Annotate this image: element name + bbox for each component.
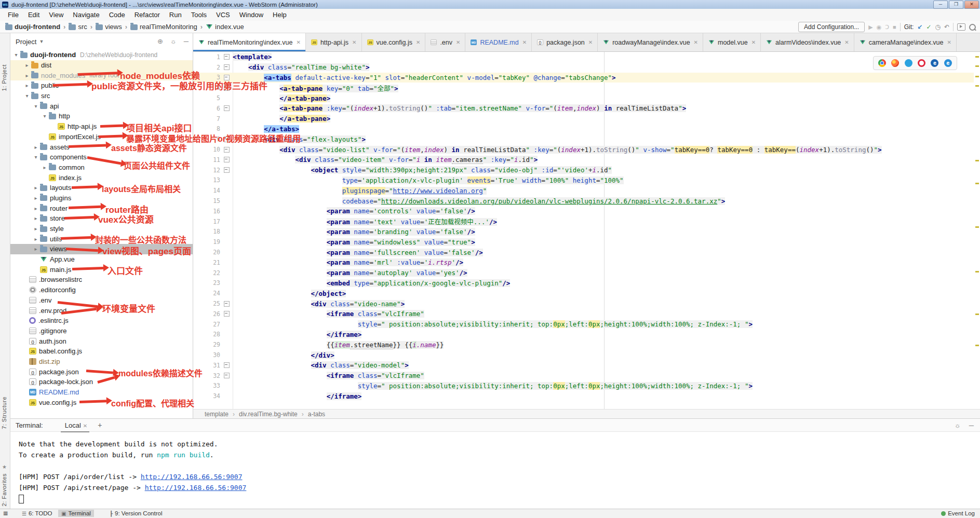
tree-item-vue.config.js[interactable]: JSvue.config.js <box>10 397 193 407</box>
code-line-33[interactable]: 33 style=" position:absolute;visibility:… <box>193 381 974 391</box>
code-line-24[interactable]: 24 </object> <box>193 288 974 298</box>
code-line-18[interactable]: 18 <param name='branding' value='false'/… <box>193 227 974 237</box>
chevron-down-icon[interactable]: ▼ <box>39 39 44 44</box>
tab-vue.config.js[interactable]: JSvue.config.js✕ <box>362 33 426 51</box>
search-everywhere-icon[interactable] <box>969 24 976 31</box>
close-icon[interactable]: ✕ <box>694 39 698 45</box>
code-line-28[interactable]: 28 </iframe> <box>193 330 974 340</box>
maximize-button[interactable]: ❐ <box>949 1 963 9</box>
tree-item-public[interactable]: ▸public <box>10 80 193 91</box>
tree-item-style[interactable]: ▸style <box>10 224 193 234</box>
chevron-icon[interactable]: ▾ <box>32 154 40 160</box>
close-button[interactable]: ✕ <box>964 1 979 9</box>
close-icon[interactable]: ✕ <box>297 39 301 45</box>
tree-item-importExcel.js[interactable]: JSimportExcel.js <box>10 132 193 142</box>
close-icon[interactable]: ✕ <box>947 39 951 45</box>
tree-item-.env[interactable]: .env <box>10 295 193 306</box>
code-line-12[interactable]: 12 <object style="width:390px;height:219… <box>193 165 974 175</box>
close-icon[interactable]: ✕ <box>456 39 460 45</box>
run-anything-icon[interactable] <box>957 23 965 31</box>
chevron-icon[interactable]: ▸ <box>23 62 31 68</box>
terminal-tab-local[interactable]: Local✕ <box>61 421 89 429</box>
menu-tools[interactable]: Tools <box>186 10 211 20</box>
close-icon[interactable]: ✕ <box>751 39 756 45</box>
fold-icon[interactable] <box>224 167 230 173</box>
code-line-9[interactable]: 9 <div class="flex-layouts"> <box>193 134 974 144</box>
breadcrumb-item-duoji-frontend[interactable]: duoji-frontend <box>5 23 60 31</box>
tree-item-layouts[interactable]: ▸layouts <box>10 183 193 193</box>
code-line-26[interactable]: 26 <iframe class="vlcIframe" <box>193 309 974 319</box>
tab-model.vue[interactable]: model.vue✕ <box>703 33 761 51</box>
code-line-21[interactable]: 21 <param name='mrl' :value='i.rtsp'/> <box>193 257 974 268</box>
menu-navigate[interactable]: Navigate <box>68 10 104 20</box>
stop-icon[interactable]: ■ <box>893 24 896 30</box>
menu-run[interactable]: Run <box>165 10 186 20</box>
fold-icon[interactable] <box>224 85 230 91</box>
editor-breadcrumb-template[interactable]: template <box>205 411 229 418</box>
tree-item-dist.zip[interactable]: dist.zip <box>10 357 193 367</box>
fold-icon[interactable] <box>224 311 230 317</box>
minimize-button[interactable]: ─ <box>933 1 948 9</box>
code-line-5[interactable]: 5 </a-tab-pane> <box>193 93 974 103</box>
code-line-29[interactable]: 29 {{item.streetName}} {{i.name}} <box>193 339 974 350</box>
code-line-1[interactable]: 1<template> <box>193 52 974 62</box>
breadcrumb-item-views[interactable]: views <box>96 23 122 31</box>
tree-item-http[interactable]: ▾http <box>10 111 193 121</box>
title-bar[interactable]: WS duoji-frontend [D:\zheheWeb\duoji-fro… <box>0 0 980 9</box>
fold-icon[interactable] <box>224 105 230 111</box>
code-line-25[interactable]: 25 <div class="video-name"> <box>193 298 974 309</box>
chevron-icon[interactable]: ▸ <box>23 73 31 78</box>
breadcrumb-item-realTimeMonitoring[interactable]: realTimeMonitoring <box>130 23 197 31</box>
close-icon[interactable]: ✕ <box>83 423 87 429</box>
tree-item-package.json[interactable]: {}package.json <box>10 366 193 377</box>
editor-breadcrumb-div.realTime.bg-white[interactable]: div.realTime.bg-white <box>239 411 298 418</box>
code-line-7[interactable]: 7 </a-tab-pane> <box>193 114 974 124</box>
code-line-23[interactable]: 23 <embed type="application/x-google-vlc… <box>193 278 974 289</box>
rail-structure-button[interactable]: 7: Structure <box>1 397 7 429</box>
tree-item-.env.prod[interactable]: .env.prod <box>10 305 193 316</box>
menu-file[interactable]: File <box>3 10 23 20</box>
tab-cameraManage\index.vue[interactable]: cameraManage\index.vue✕ <box>854 33 957 51</box>
tree-item-http-api.js[interactable]: JShttp-api.js <box>10 121 193 132</box>
chevron-icon[interactable]: ▾ <box>12 52 20 58</box>
chevron-icon[interactable]: ▸ <box>41 165 49 170</box>
fold-icon[interactable] <box>224 64 230 70</box>
terminal-settings-icon[interactable]: ☼ <box>955 421 961 429</box>
tree-item-plugins[interactable]: ▸plugins <box>10 193 193 203</box>
tree-item-App.vue[interactable]: App.vue <box>10 254 193 265</box>
tree-item-assets[interactable]: ▸assets <box>10 142 193 152</box>
code-line-19[interactable]: 19 <param name="windowless" value="true"… <box>193 237 974 247</box>
tree-item-node_modules[interactable]: ▸node_moduleslibrary root <box>10 70 193 80</box>
editor-breadcrumb-a-tabs[interactable]: a-tabs <box>308 411 325 418</box>
code-editor[interactable]: ee 1<template>2 <div class="realTime bg-… <box>193 52 980 409</box>
git-history-icon[interactable]: ◷ <box>935 23 940 31</box>
close-icon[interactable]: ✕ <box>844 39 849 45</box>
close-icon[interactable]: ✕ <box>588 39 593 45</box>
code-line-27[interactable]: 27 style=" position:absolute;visibility:… <box>193 319 974 330</box>
git-update-icon[interactable]: ↙ <box>917 23 922 31</box>
new-terminal-button[interactable]: + <box>98 421 102 429</box>
fold-icon[interactable] <box>224 157 230 162</box>
code-line-22[interactable]: 22 <param name='autoplay' value='yes'/> <box>193 268 974 278</box>
menu-refactor[interactable]: Refactor <box>130 10 165 20</box>
tree-item-.gitignore[interactable]: .gitignore <box>10 326 193 336</box>
fold-icon[interactable] <box>224 54 230 60</box>
terminal-hide-icon[interactable]: ─ <box>969 421 974 429</box>
tree-item-index.js[interactable]: JSindex.js <box>10 172 193 183</box>
statusbar-6-todo[interactable]: ☰6: TODO <box>19 510 56 517</box>
event-log-button[interactable]: Event Log <box>938 510 978 517</box>
code-line-10[interactable]: 10 <div class="video-list" v-for="(item,… <box>193 144 974 155</box>
chevron-icon[interactable]: ▸ <box>32 206 40 211</box>
chevron-icon[interactable]: ▸ <box>23 83 31 88</box>
run-icon[interactable]: ▶ <box>868 24 872 31</box>
statusbar-9-version-control[interactable]: ┠9: Version Control <box>106 510 165 517</box>
fold-icon[interactable] <box>224 373 230 378</box>
rail-project-button[interactable]: 1: Project <box>1 64 7 91</box>
fold-icon[interactable] <box>224 137 230 142</box>
tree-item-dist[interactable]: ▸dist <box>10 60 193 71</box>
code-line-14[interactable]: 14 pluginspage="http://www.videolan.org" <box>193 185 974 196</box>
chevron-icon[interactable]: ▾ <box>23 93 31 99</box>
add-configuration-button[interactable]: Add Configuration... <box>798 22 865 32</box>
terminal-link[interactable]: http://192.168.66.56:9007 <box>141 473 243 481</box>
code-line-11[interactable]: 11 <div class="video-item" v-for="i in i… <box>193 155 974 165</box>
